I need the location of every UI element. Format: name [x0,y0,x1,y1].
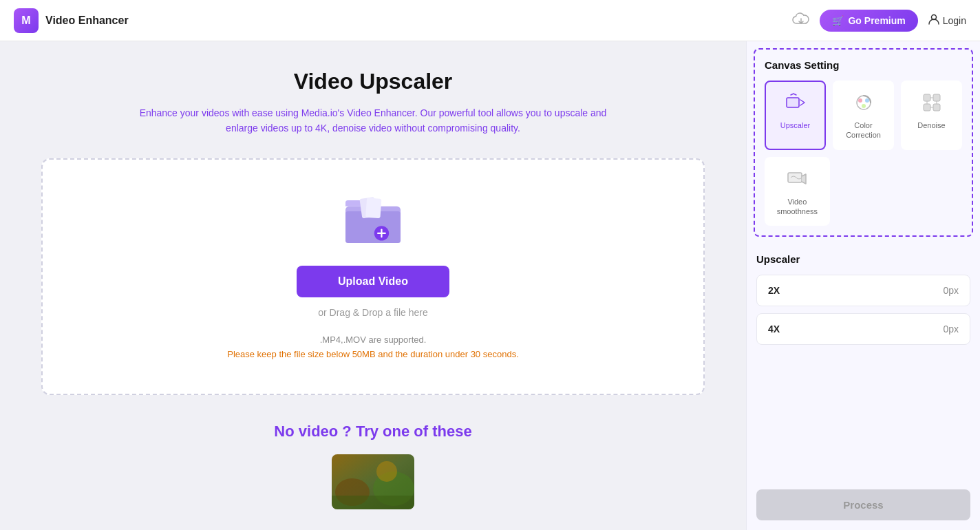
header-left: m Video Enhancer [14,8,129,33]
svg-point-17 [862,104,866,108]
svg-point-16 [865,98,869,103]
svg-point-15 [858,98,862,103]
upscaler-2x-value: 0px [943,285,959,296]
canvas-row2: Video smoothness [765,157,962,226]
sample-thumbnail[interactable] [41,454,705,512]
content-area: Video Upscaler Enhance your videos with … [0,41,746,530]
page-subtitle: Enhance your videos with ease using Medi… [132,105,614,136]
supported-formats-text: .MP4,.MOV are supported. [63,335,683,345]
user-icon [928,13,940,28]
go-premium-button[interactable]: 🛒 Go Premium [820,10,917,32]
main-layout: Video Upscaler Enhance your videos with … [0,41,980,530]
logo-icon: m [14,8,39,33]
upscaler-section-title: Upscaler [756,253,970,265]
upscaler-row-4x[interactable]: 4X 0px [756,313,970,345]
denoise-label: Denoise [917,120,945,130]
process-section: Process [747,480,980,530]
svg-rect-4 [365,198,381,218]
svg-rect-19 [933,94,940,101]
canvas-item-upscaler[interactable]: Upscaler [765,81,826,150]
size-warning-text: Please keep the file size below 50MB and… [63,349,683,359]
no-video-section: No video ? Try one of these [41,423,705,512]
login-button[interactable]: Login [928,13,966,28]
upscaler-4x-label: 4X [768,324,780,335]
canvas-item-video-smoothness[interactable]: Video smoothness [765,157,830,226]
page-title: Video Upscaler [41,69,705,94]
canvas-item-denoise[interactable]: Denoise [901,81,962,150]
upscaler-label: Upscaler [780,120,810,130]
upscaler-row-2x[interactable]: 2X 0px [756,275,970,306]
upscaler-section: Upscaler 2X 0px 4X 0px [747,244,980,480]
folder-icon [342,194,404,249]
svg-rect-18 [924,94,930,101]
drag-drop-text: or Drag & Drop a file here [63,307,683,318]
process-button[interactable]: Process [756,489,970,520]
header: m Video Enhancer 🛒 Go Premium Login [0,0,980,41]
svg-point-12 [376,461,397,482]
svg-rect-21 [933,104,940,111]
app-title: Video Enhancer [45,14,129,27]
header-right: 🛒 Go Premium Login [792,10,966,32]
denoise-icon [919,90,944,115]
upload-video-button[interactable]: Upload Video [297,266,449,297]
color-correction-label: Color Correction [838,120,888,140]
upscaler-4x-value: 0px [943,324,959,335]
svg-rect-11 [332,496,414,509]
upscaler-icon [783,90,808,115]
canvas-grid-row1: Upscaler Color Correction [765,81,962,150]
canvas-item-color-correction[interactable]: Color Correction [833,81,894,150]
video-smoothness-icon [785,167,809,191]
canvas-setting-title: Canvas Setting [765,59,962,71]
canvas-setting-section: Canvas Setting Upscaler [754,48,973,237]
svg-rect-26 [788,173,802,182]
svg-rect-13 [787,98,799,107]
video-smoothness-label: Video smoothness [770,197,824,217]
color-correction-icon [851,90,876,115]
upload-area[interactable]: Upload Video or Drag & Drop a file here … [41,158,705,395]
sidebar: Canvas Setting Upscaler [746,41,980,530]
folder-icon-wrapper [63,194,683,249]
shopping-cart-icon: 🛒 [832,15,844,26]
no-video-title: No video ? Try one of these [41,423,705,441]
upscaler-2x-label: 2X [768,285,780,296]
svg-rect-20 [924,104,930,111]
cloud-icon[interactable] [792,12,810,30]
